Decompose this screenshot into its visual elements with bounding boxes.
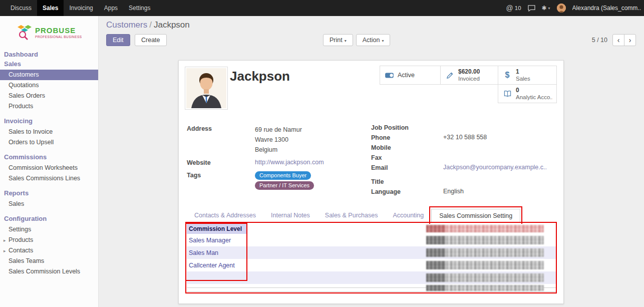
sidebar-item-settings[interactable]: Settings — [0, 224, 98, 235]
sidebar-item-sales-to-invoice[interactable]: Sales to Invoice — [0, 127, 98, 137]
pager: 5 / 10 ‹ › — [592, 34, 636, 46]
menu-sales[interactable]: Sales — [37, 0, 64, 16]
sidebar-heading-sales[interactable]: Sales — [0, 60, 98, 70]
logo-name: PROBUSE — [35, 27, 82, 34]
address-line-2: Wavre 1300 — [255, 135, 302, 145]
address-line-1: 69 rue de Namur — [255, 125, 302, 135]
menu-invoicing[interactable]: Invoicing — [64, 0, 98, 16]
sidebar-item-config-products[interactable]: ▸Products — [0, 235, 98, 245]
sales-stat-button[interactable]: $ 1 Sales — [498, 66, 557, 85]
stat-row-2: 0 Analytic Acco... — [378, 85, 557, 103]
action-label: Action — [363, 37, 380, 44]
website-link[interactable]: http://www.jackpson.com — [255, 159, 324, 166]
sidebar-item-sales-commission-levels[interactable]: Sales Commission Levels — [0, 266, 98, 277]
pager-previous-button[interactable]: ‹ — [612, 34, 624, 46]
tags-label: Tags — [187, 171, 255, 191]
fax-field-row: Fax — [371, 154, 557, 162]
commission-table: Commission Level Sales Manager Sales Man… — [187, 224, 556, 292]
print-dropdown[interactable]: Print▾ — [323, 34, 353, 46]
analytic-count-value: 0 — [516, 87, 552, 94]
tab-contacts-addresses[interactable]: Contacts & Addresses — [187, 209, 263, 222]
probuse-logo-icon — [17, 24, 32, 41]
email-link[interactable]: Jackpson@yourcompany.example.c.. — [443, 164, 547, 171]
create-button[interactable]: Create — [135, 34, 167, 46]
pager-next-button[interactable]: › — [624, 34, 636, 46]
tab-sales-purchases[interactable]: Sales & Purchases — [317, 209, 386, 222]
sidebar-item-products[interactable]: Products — [0, 101, 98, 112]
sidebar: PROBUSE PROFESSIONAL BUSINESS Dashboard … — [0, 16, 99, 307]
sidebar-item-sales-commissions-lines[interactable]: Sales Commissions Lines — [0, 173, 98, 184]
sidebar-heading-invoicing[interactable]: Invoicing — [0, 115, 98, 127]
field-group-right: Job Position Phone +32 10 588 558 Mobile… — [371, 124, 557, 198]
user-avatar[interactable] — [557, 4, 566, 13]
pager-value[interactable]: 5 / 10 — [592, 37, 607, 44]
logo-text-block: PROBUSE PROFESSIONAL BUSINESS — [35, 27, 82, 39]
sidebar-item-commission-worksheets[interactable]: Commission Worksheets — [0, 163, 98, 173]
sidebar-section-commissions: Commissions Commission Worksheets Sales … — [0, 151, 98, 184]
commission-level-column-header[interactable]: Commission Level — [187, 224, 247, 234]
analytic-stat-button[interactable]: 0 Analytic Acco... — [498, 84, 557, 103]
phone-field-row: Phone +32 10 588 558 — [371, 134, 557, 142]
logo-tagline: PROFESSIONAL BUSINESS — [35, 35, 82, 39]
active-stat-button[interactable]: Active — [380, 66, 441, 85]
sidebar-heading-reports[interactable]: Reports — [0, 187, 98, 199]
breadcrumb-separator: / — [147, 20, 154, 30]
print-label: Print — [330, 37, 343, 44]
mentions-icon[interactable]: @ 10 — [506, 4, 521, 12]
customer-photo — [185, 67, 228, 110]
sidebar-heading-commissions[interactable]: Commissions — [0, 151, 98, 163]
tab-sales-commission-setting[interactable]: Sales Commission Setting — [431, 209, 520, 222]
stat-buttons: Active $620.00 Invoiced $ — [378, 66, 557, 103]
language-value: English — [443, 188, 464, 196]
sales-count-value: 1 — [516, 68, 530, 75]
action-dropdown[interactable]: Action▾ — [356, 34, 391, 46]
commission-level-cell[interactable]: Sales Man — [187, 249, 337, 256]
customer-photo-image — [186, 68, 226, 108]
commission-level-cell[interactable]: Callcenter Agent — [187, 262, 337, 269]
sales-count-label: Sales — [516, 75, 530, 82]
edit-button[interactable]: Edit — [106, 34, 130, 46]
expand-caret-icon[interactable]: ▸ — [4, 237, 6, 244]
sidebar-item-label: Contacts — [9, 247, 33, 254]
job-position-field-row: Job Position — [371, 124, 557, 132]
breadcrumb-customers-link[interactable]: Customers — [106, 20, 147, 30]
mobile-field-row: Mobile — [371, 144, 557, 152]
website-field-row: Website http://www.jackpson.com — [187, 159, 367, 167]
menu-settings[interactable]: Settings — [123, 0, 156, 16]
user-menu[interactable]: Alexandra (Sales_comm.. — [572, 5, 641, 12]
form-sheet: Jackpson Active $620.0 — [178, 60, 564, 304]
menu-apps[interactable]: Apps — [99, 0, 123, 16]
sidebar-item-reports-sales[interactable]: Sales — [0, 199, 98, 209]
field-group-left: Address 69 rue de Namur Wavre 1300 Belgi… — [187, 125, 367, 193]
address-line-3: Belgium — [255, 145, 302, 155]
address-field-row: Address 69 rue de Namur Wavre 1300 Belgi… — [187, 125, 367, 155]
main-content: Customers/Jackpson Edit Create Print▾ Ac… — [99, 16, 644, 307]
menu-discuss[interactable]: Discuss — [5, 0, 37, 16]
phone-value: +32 10 588 558 — [443, 134, 487, 142]
fax-label: Fax — [371, 154, 443, 162]
pencil-icon — [445, 72, 455, 79]
tab-label: Sales Commission Setting — [439, 212, 512, 219]
sidebar-item-orders-to-upsell[interactable]: Orders to Upsell — [0, 137, 98, 148]
redacted-cell — [426, 273, 544, 282]
systray-star-menu[interactable]: ✱ ▾ — [542, 5, 550, 12]
sidebar-heading-configuration[interactable]: Configuration — [0, 212, 98, 224]
tab-internal-notes[interactable]: Internal Notes — [263, 209, 317, 222]
sidebar-heading-dashboard[interactable]: Dashboard — [0, 48, 98, 60]
star-icon: ✱ — [542, 5, 547, 12]
sidebar-section-dashboard: Dashboard Sales Customers Quotations Sal… — [0, 48, 98, 112]
messages-icon[interactable] — [528, 5, 535, 12]
invoiced-stat-text: $620.00 Invoiced — [458, 68, 480, 82]
expand-caret-icon[interactable]: ▸ — [4, 248, 6, 254]
tag-partner-it-services: Partner / IT Services — [255, 181, 314, 190]
chat-bubble-icon — [528, 5, 535, 12]
sidebar-item-customers[interactable]: Customers — [0, 70, 98, 80]
sidebar-item-config-contacts[interactable]: ▸Contacts — [0, 245, 98, 256]
sidebar-item-sales-teams[interactable]: Sales Teams — [0, 256, 98, 266]
sidebar-item-sales-orders[interactable]: Sales Orders — [0, 91, 98, 101]
invoiced-label: Invoiced — [458, 75, 480, 82]
tab-accounting[interactable]: Accounting — [385, 209, 431, 222]
commission-level-cell[interactable]: Sales Manager — [187, 237, 337, 244]
sidebar-item-quotations[interactable]: Quotations — [0, 80, 98, 91]
invoiced-stat-button[interactable]: $620.00 Invoiced — [440, 66, 498, 85]
